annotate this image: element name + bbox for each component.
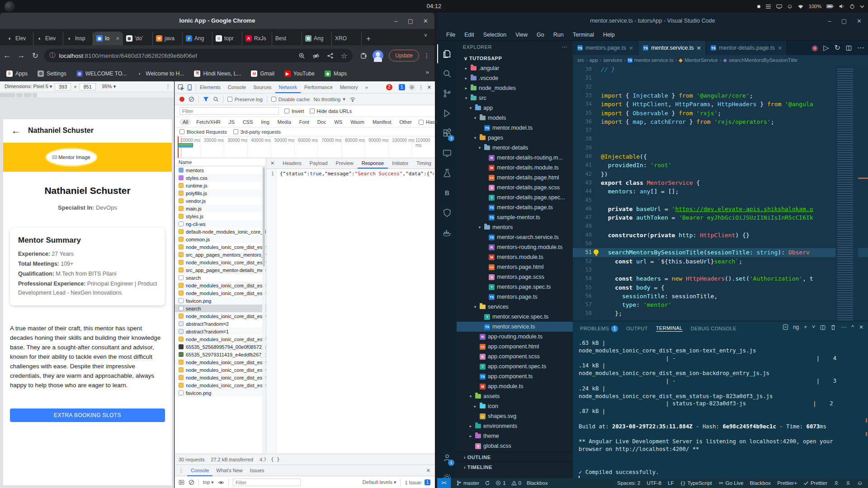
tree-item[interactable]: ▸node_modules — [457, 83, 573, 93]
device-toggle-icon[interactable] — [186, 84, 193, 91]
request-row[interactable]: node_modules_ionic_core_dist_esm_i... — [175, 358, 266, 366]
maximize-icon[interactable]: ▢ — [408, 18, 413, 24]
requests-scrollbar[interactable] — [262, 166, 265, 454]
screen-icon[interactable] — [776, 4, 782, 9]
breadcrumb-item[interactable]: services — [603, 57, 622, 63]
system-tray[interactable]: 100% — [757, 0, 864, 13]
status-item-prettier-[interactable]: Prettier+ — [777, 480, 797, 486]
request-row[interactable]: 65535_52979311419_e4eddfb267_c... — [175, 351, 266, 358]
request-row[interactable]: common.js — [175, 235, 266, 243]
editor-tab[interactable]: TSmentor.service.ts ✕ — [638, 41, 706, 55]
request-row[interactable]: styles.js — [175, 212, 266, 220]
breadcrumb-item[interactable]: searchMentorsBySessionTitle — [729, 57, 797, 63]
extensions-puzzle-icon[interactable] — [360, 52, 367, 60]
chevron-down-icon[interactable] — [860, 5, 864, 8]
chrome-titlebar[interactable]: Ionic App - Google Chrome – ▢ ✕ — [0, 13, 434, 29]
request-row[interactable]: node_modules_ionic_core_dist_esm_i... — [175, 258, 266, 266]
request-row[interactable]: node_modules_ionic_core_dist_esm_i... — [175, 374, 266, 381]
device-toolbar-kebab-icon[interactable]: ⋮ — [165, 84, 170, 89]
console-filter-input[interactable]: Filter — [233, 479, 301, 486]
tree-item[interactable]: ▸environments — [457, 421, 573, 431]
battery-icon[interactable] — [826, 4, 834, 9]
status-item-0[interactable]: 0 — [511, 480, 521, 486]
devtools-tab-elements[interactable]: Elements — [196, 81, 224, 93]
activity-extensions-icon[interactable]: 3 — [437, 124, 457, 143]
tree-item[interactable]: ▾models — [457, 113, 573, 123]
request-row[interactable]: src_app_pages_mentors_mentors_m... — [175, 251, 266, 258]
request-row[interactable]: node_modules_ionic_core_dist_esm_i... — [175, 335, 266, 343]
bookmark-item[interactable]: ▶YouTube — [284, 70, 315, 77]
status-item-spaces-2[interactable]: Spaces: 2 — [617, 480, 640, 486]
request-row[interactable]: node_modules_ionic_core_dist_esm_i... — [175, 381, 266, 389]
close-panel-icon[interactable]: ✕ — [859, 324, 863, 330]
tree-item[interactable]: ▾pages — [457, 133, 573, 143]
url-text[interactable]: localhost:8100/mentor/6480d37d62820fd9e6… — [59, 52, 291, 59]
tree-item[interactable]: Smentors.page.scss — [457, 272, 573, 282]
close-icon[interactable]: ✕ — [857, 18, 862, 24]
panel-tab-terminal[interactable]: TERMINAL — [656, 325, 683, 332]
tree-item[interactable]: <>mentor-details.page.html — [457, 173, 573, 183]
panel-tab-problems[interactable]: PROBLEMS1 — [580, 325, 618, 332]
type-chip-all[interactable]: All — [179, 119, 191, 125]
devtools-settings-gear-icon[interactable] — [409, 84, 415, 90]
bell-icon[interactable] — [787, 4, 793, 9]
request-row[interactable]: main.js — [175, 205, 266, 212]
system-clock[interactable]: 04:12 — [0, 0, 868, 13]
detail-tab-timing[interactable]: Timing — [412, 158, 435, 169]
detail-tab-initiator[interactable]: Initiator — [388, 158, 412, 169]
detail-tab-preview[interactable]: Preview — [332, 158, 358, 169]
device-dimensions-label[interactable]: Dimensions: Pixel 5 ▾ — [5, 84, 52, 89]
tree-item[interactable]: Rapp-routing.module.ts — [457, 332, 573, 342]
chrome-menu-kebab-icon[interactable]: ⋮ — [424, 52, 430, 59]
network-search-icon[interactable] — [213, 96, 219, 103]
tree-item[interactable]: Mapp.module.ts — [457, 381, 573, 391]
breadcrumb-item[interactable]: mentor.service.ts — [634, 57, 674, 63]
tab-overflow-chevron-icon[interactable]: ˅ — [424, 33, 427, 39]
record-icon[interactable] — [179, 97, 184, 102]
timeline-section[interactable]: › TIMELINE — [457, 462, 573, 472]
activity-search-icon[interactable] — [437, 64, 457, 83]
throttling-select[interactable]: No throttling ▾ — [314, 96, 345, 102]
panel-tab-debug-console[interactable]: DEBUG CONSOLE — [691, 326, 736, 331]
status-item-1[interactable]: 1 — [495, 480, 505, 486]
third-party-checkbox[interactable]: 3rd-party requests — [233, 129, 281, 135]
status-item-utf-8[interactable]: UTF-8 — [646, 480, 661, 486]
activity-scm-icon[interactable] — [437, 84, 457, 103]
hide-data-urls-checkbox[interactable]: Hide data URLs — [310, 108, 352, 114]
request-row[interactable]: node_modules_ionic_core_dist_esm_i... — [175, 312, 266, 320]
browser-tab[interactable]: ◐Elev — [4, 32, 33, 45]
devtools-tabs-overflow-icon[interactable]: » — [362, 81, 372, 93]
bookmark-item[interactable]: ⚙Settings — [38, 70, 66, 77]
feedback-icon[interactable] — [834, 480, 839, 486]
devtools-tab-network[interactable]: Network — [275, 81, 301, 93]
tree-item[interactable]: ▾app — [457, 103, 573, 113]
request-row[interactable]: ng-cli-ws — [175, 220, 266, 228]
issues-badge[interactable]: 1 — [399, 84, 405, 90]
bookmarks-overflow-icon[interactable]: » — [426, 69, 429, 75]
split-terminal-icon[interactable] — [820, 324, 826, 330]
tree-item[interactable]: TSmentor-search.service.ts — [457, 232, 573, 242]
console-error-badge[interactable]: 2 — [386, 84, 392, 90]
bookmark-item[interactable]: नHindi News, L... — [194, 70, 241, 77]
back-icon[interactable]: ← — [0, 51, 14, 60]
page-back-button[interactable]: ← — [11, 126, 20, 136]
blocked-requests-checkbox[interactable]: Blocked Requests — [179, 129, 227, 135]
device-zoom-select[interactable]: 95% ▾ — [102, 84, 116, 89]
site-info-icon[interactable]: ⓘ — [50, 52, 56, 60]
drawer-kebab-icon[interactable]: ⋮ — [175, 468, 187, 474]
drawer-tab-console[interactable]: Console — [187, 465, 212, 476]
request-row[interactable]: styles.css — [175, 174, 266, 182]
type-chip-ws[interactable]: WS — [331, 119, 345, 125]
tree-item[interactable]: ◇shapes.svg — [457, 411, 573, 421]
tab-close-icon[interactable]: ✕ — [697, 45, 701, 52]
status-item-blackbox[interactable]: Blackbox — [527, 480, 548, 486]
type-chip-other[interactable]: Other — [396, 119, 415, 125]
chrome-window-controls[interactable]: – ▢ ✕ — [395, 13, 428, 29]
browser-tab[interactable]: Best — [272, 32, 302, 45]
bookmark-item[interactable]: ⠿Apps — [6, 70, 28, 77]
disable-cache-checkbox[interactable]: Disable cache — [271, 97, 310, 102]
tree-item[interactable]: Tapp.component.spec.ts — [457, 361, 573, 371]
request-row[interactable]: src_app_pages_mentor-details_men... — [175, 266, 266, 274]
devtools-tab-console[interactable]: Console — [224, 81, 250, 93]
tree-item[interactable]: <>mentors.page.html — [457, 262, 573, 272]
